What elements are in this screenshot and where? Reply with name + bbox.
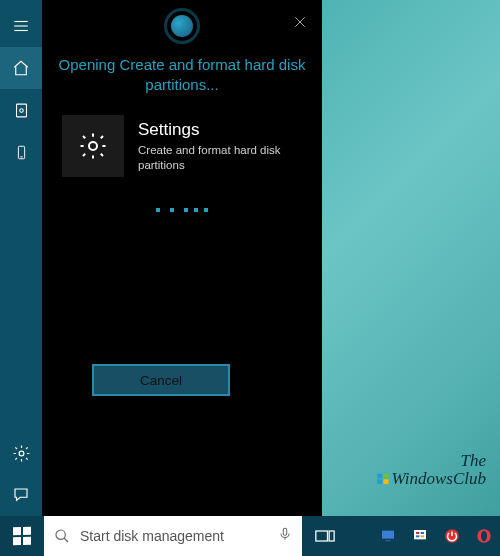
svg-rect-20 [329,531,334,541]
progress-dots [42,208,322,212]
progress-dot-icon [156,208,160,212]
sidebar-item-feedback[interactable] [0,474,42,516]
close-icon [293,15,307,29]
feedback-icon [12,486,30,504]
opera-icon [475,527,493,545]
sidebar-item-notebook[interactable] [0,89,42,131]
tray-app-1[interactable] [372,528,404,544]
svg-rect-22 [385,540,390,541]
sidebar-item-settings[interactable] [0,432,42,474]
progress-dot-icon [204,208,208,212]
opening-status-text: Opening Create and format hard disk part… [56,55,308,96]
system-tray [372,516,500,556]
search-input-text: Start disk management [80,528,268,544]
tray-opera-button[interactable] [468,527,500,545]
svg-rect-19 [316,531,328,541]
result-text: Settings Create and format hard disk par… [138,120,302,173]
svg-rect-27 [421,535,424,537]
sidebar-item-menu[interactable] [0,5,42,47]
result-title: Settings [138,120,302,140]
start-button[interactable] [0,516,44,556]
windows-logo-icon [13,527,31,546]
svg-rect-25 [421,532,424,534]
svg-rect-13 [377,479,382,484]
svg-point-31 [481,531,487,542]
monitor-icon [380,528,396,544]
desktop: Opening Create and format hard disk part… [0,0,500,556]
cancel-button[interactable]: Cancel [92,364,230,396]
menu-icon [12,17,30,35]
close-button[interactable] [286,8,314,36]
task-view-button[interactable] [302,516,348,556]
svg-rect-24 [416,532,419,534]
shield-icon [412,528,428,544]
microphone-icon[interactable] [278,526,292,546]
watermark-line2: WindowsClub [376,470,486,488]
progress-dot-icon [194,208,198,212]
device-icon [14,144,29,161]
taskbar: Start disk management [0,516,500,556]
svg-rect-26 [416,535,419,537]
watermark: The WindowsClub [376,452,486,488]
result-subtitle: Create and format hard disk partitions [138,143,302,173]
svg-rect-12 [383,474,388,479]
task-view-icon [315,528,335,544]
sidebar-item-home[interactable] [0,47,42,89]
windows-flag-icon [376,472,390,486]
svg-point-7 [19,451,24,456]
svg-rect-23 [414,530,426,539]
tray-power-button[interactable] [436,527,468,545]
power-icon [443,527,461,545]
svg-rect-17 [283,528,287,535]
svg-rect-11 [377,474,382,479]
svg-rect-14 [383,479,388,484]
svg-line-16 [64,538,68,542]
tray-app-2[interactable] [404,528,436,544]
progress-dot-icon [184,208,188,212]
svg-rect-3 [16,104,26,117]
cortana-ring-icon [164,8,200,44]
svg-point-15 [56,530,65,539]
cortana-logo [164,8,200,44]
svg-point-10 [89,142,97,150]
watermark-line1: The [376,452,486,470]
notebook-icon [13,102,30,119]
gear-icon [78,131,108,161]
cortana-core-icon [171,15,193,37]
search-icon [54,528,70,544]
svg-point-4 [19,108,23,112]
result-card[interactable]: Settings Create and format hard disk par… [62,115,302,177]
home-icon [12,59,30,77]
sidebar-item-devices[interactable] [0,131,42,173]
cortana-sidebar [0,0,42,516]
svg-rect-21 [382,531,394,539]
progress-dot-icon [170,208,174,212]
taskbar-search[interactable]: Start disk management [44,516,302,556]
settings-tile [62,115,124,177]
gear-icon [12,444,31,463]
cortana-panel: Opening Create and format hard disk part… [42,0,322,516]
